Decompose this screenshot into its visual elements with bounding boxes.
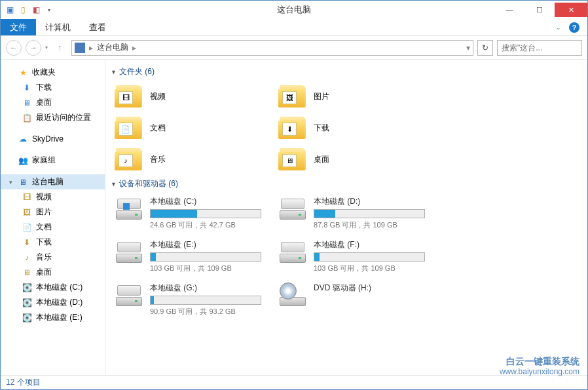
item-icon: 🖥 [22, 98, 32, 108]
drive-name: 本地磁盘 (F:) [314, 239, 434, 250]
folder-tile[interactable]: 📄文档 [111, 113, 274, 143]
breadcrumb-sep: ▸ [89, 43, 93, 52]
breadcrumb[interactable]: 这台电脑 [97, 42, 128, 53]
folder-tile[interactable]: 🖥桌面 [274, 144, 438, 174]
drive-tile[interactable]: 本地磁盘 (G:)90.9 GB 可用，共 93.2 GB [111, 280, 274, 319]
item-icon: 💽 [22, 283, 32, 293]
tab-file[interactable]: 文件 [1, 19, 36, 35]
sidebar-item[interactable]: 💽本地磁盘 (C:) [1, 280, 105, 295]
nav-history-icon[interactable]: ▾ [45, 45, 48, 50]
system-menu-icon[interactable]: ▣ [5, 5, 15, 15]
nav-forward-button[interactable]: → [26, 40, 41, 56]
nav-up-button[interactable]: ↑ [52, 40, 67, 56]
sidebar-item-label: 音乐 [36, 252, 52, 263]
qat-options-icon[interactable]: ◧ [31, 5, 41, 15]
item-icon: 🖥 [22, 267, 32, 278]
drive-usage-bar [150, 296, 261, 305]
folder-tile[interactable]: ⬇下载 [274, 113, 438, 143]
folder-icon: ⬇ [278, 115, 307, 140]
drive-free-text: 90.9 GB 可用，共 93.2 GB [150, 307, 270, 317]
sidebar-item[interactable]: 📄文档 [1, 220, 105, 235]
minimize-button[interactable]: — [494, 3, 524, 17]
nav-back-button[interactable]: ← [6, 40, 22, 56]
item-icon: 🎞 [22, 192, 32, 203]
titlebar: ▣ ▯ ◧ ▾ 这台电脑 — ☐ ✕ [1, 1, 587, 19]
drive-free-text: 103 GB 可用，共 109 GB [150, 263, 270, 273]
folder-label: 视频 [150, 91, 166, 102]
content-pane: ▼ 文件夹 (6) 🎞视频🖼图片📄文档⬇下载♪音乐🖥桌面 ▼ 设备和驱动器 (6… [105, 60, 587, 375]
sidebar-item[interactable]: 💽本地磁盘 (E:) [1, 310, 105, 325]
qat-folder-icon[interactable]: ▯ [18, 5, 28, 15]
drive-icon [115, 283, 143, 307]
drive-free-text: 87.8 GB 可用，共 109 GB [314, 220, 434, 230]
sidebar-homegroup[interactable]: 👥 家庭组 [1, 153, 105, 168]
folder-tile[interactable]: ♪音乐 [111, 144, 274, 174]
folder-tile[interactable]: 🖼图片 [274, 81, 438, 111]
folder-tile[interactable]: 🎞视频 [111, 81, 274, 111]
breadcrumb-sep: ▸ [132, 43, 136, 52]
ribbon: 文件 计算机 查看 ⌄ ? [1, 19, 587, 36]
qat-dropdown-icon[interactable]: ▾ [44, 5, 54, 15]
refresh-button[interactable]: ↻ [477, 40, 493, 56]
help-icon[interactable]: ? [569, 22, 579, 33]
item-icon: ⬇ [22, 237, 32, 248]
folder-label: 音乐 [150, 154, 166, 165]
triangle-down-icon: ▼ [111, 181, 117, 187]
drive-usage-bar [314, 252, 425, 262]
address-dropdown-icon[interactable]: ▾ [466, 43, 470, 52]
drive-tile[interactable]: 本地磁盘 (F:)103 GB 可用，共 109 GB [274, 237, 438, 276]
sidebar-item[interactable]: 🖥桌面 [1, 95, 105, 110]
drive-usage-bar [150, 252, 261, 262]
sidebar-skydrive[interactable]: ☁ SkyDrive [1, 132, 105, 146]
drive-tile[interactable]: DVD 驱动器 (H:) [274, 280, 438, 319]
statusbar: 12 个项目 [1, 375, 587, 389]
sidebar-favorites[interactable]: ★ 收藏夹 [1, 65, 105, 80]
sidebar-thispc[interactable]: ▾ 🖥 这台电脑 [1, 174, 105, 189]
drive-tile[interactable]: 本地磁盘 (E:)103 GB 可用，共 109 GB [111, 237, 274, 276]
sidebar-item[interactable]: 🎞视频 [1, 189, 105, 205]
drive-tile[interactable]: 本地磁盘 (C:)24.6 GB 可用，共 42.7 GB [111, 193, 274, 233]
sidebar-item-label: 本地磁盘 (D:) [36, 297, 83, 308]
sidebar-item-label: SkyDrive [32, 134, 64, 144]
folder-icon: 🖥 [278, 147, 307, 172]
sidebar-item[interactable]: ♪音乐 [1, 250, 105, 265]
folder-label: 桌面 [314, 154, 329, 165]
sidebar-item-label: 文档 [36, 222, 52, 233]
sidebar-item[interactable]: 💽本地磁盘 (D:) [1, 295, 105, 310]
sidebar-item-label: 这台电脑 [32, 176, 64, 187]
drive-free-text: 103 GB 可用，共 109 GB [314, 263, 434, 273]
tab-computer[interactable]: 计算机 [36, 19, 80, 35]
section-folders-header[interactable]: ▼ 文件夹 (6) [111, 66, 587, 77]
search-box[interactable]: 🔍 [497, 40, 582, 56]
drive-name: 本地磁盘 (G:) [150, 283, 270, 294]
item-count: 12 个项目 [6, 377, 41, 388]
sidebar-item-label: 本地磁盘 (C:) [36, 282, 83, 293]
search-input[interactable] [502, 43, 588, 52]
close-button[interactable]: ✕ [555, 3, 587, 17]
sidebar-item-label: 最近访问的位置 [36, 112, 91, 123]
sidebar-item[interactable]: 📋最近访问的位置 [1, 110, 105, 125]
sidebar-item-label: 图片 [36, 206, 52, 218]
drive-tile[interactable]: 本地磁盘 (D:)87.8 GB 可用，共 109 GB [274, 193, 438, 233]
sidebar-item[interactable]: 🖥桌面 [1, 265, 105, 280]
drive-icon [278, 239, 307, 264]
sidebar-item-label: 本地磁盘 (E:) [36, 312, 83, 323]
chevron-down-icon[interactable]: ▾ [7, 179, 14, 185]
sidebar-item[interactable]: ⬇下载 [1, 235, 105, 250]
address-box[interactable]: ▸ 这台电脑 ▸ ▾ [71, 40, 473, 56]
drive-usage-bar [314, 209, 425, 218]
sidebar-item-label: 下载 [36, 237, 52, 248]
item-icon: 📄 [22, 222, 32, 233]
item-icon: 💽 [22, 298, 32, 308]
sidebar-item-label: 桌面 [36, 97, 52, 108]
sidebar-item[interactable]: 🖼图片 [1, 205, 105, 220]
tab-view[interactable]: 查看 [80, 19, 115, 35]
folder-icon: ♪ [115, 147, 143, 172]
sidebar-item[interactable]: ⬇下载 [1, 80, 105, 95]
maximize-button[interactable]: ☐ [524, 3, 555, 17]
ribbon-expand-icon[interactable]: ⌄ [556, 24, 561, 31]
section-drives-header[interactable]: ▼ 设备和驱动器 (6) [111, 178, 587, 189]
folder-label: 文档 [150, 123, 166, 134]
dvd-icon [278, 283, 307, 307]
sidebar-item-label: 视频 [36, 191, 52, 203]
